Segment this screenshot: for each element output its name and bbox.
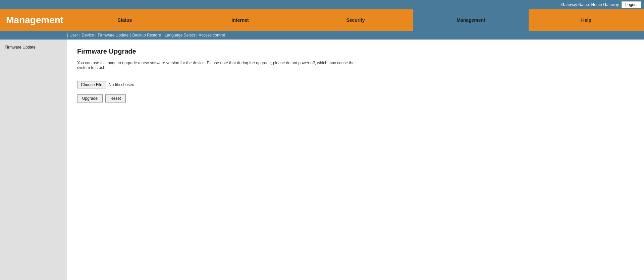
nav-item-internet[interactable]: Internet: [182, 9, 298, 31]
subnav-item-backup[interactable]: Backup Restore: [131, 33, 162, 38]
sidebar-item-firmware-update[interactable]: Firmware Update: [0, 43, 67, 52]
logout-button[interactable]: Logout: [622, 1, 641, 8]
main-nav: Status Internet Security Management Help: [67, 9, 644, 31]
brand-area: Management: [0, 9, 67, 31]
nav-item-help[interactable]: Help: [529, 9, 644, 31]
nav-item-security[interactable]: Security: [298, 9, 413, 31]
action-row: Upgrade Reset: [77, 94, 634, 102]
description-text: You can use this page to upgrade a new s…: [77, 61, 366, 70]
subnav-item-user[interactable]: User: [68, 33, 79, 38]
sub-nav: | User | Device | Firmware Update | Back…: [0, 31, 644, 40]
page-layout: Firmware Update Firmware Upgrade You can…: [0, 40, 644, 280]
gateway-name: Gateway Name: Home Gateway: [561, 2, 619, 7]
divider: [77, 75, 255, 75]
header-row: Management Status Internet Security Mana…: [0, 9, 644, 31]
top-bar: Gateway Name: Home Gateway Logout: [0, 0, 644, 9]
page-title: Firmware Upgrade: [77, 48, 634, 55]
file-chosen-label: No file chosen: [109, 82, 134, 87]
nav-item-management[interactable]: Management: [413, 9, 529, 31]
subnav-item-access[interactable]: Access control: [197, 33, 226, 38]
upgrade-button[interactable]: Upgrade: [77, 94, 103, 102]
file-input-row: Choose File No file chosen: [77, 81, 634, 88]
subnav-item-device[interactable]: Device: [80, 33, 96, 38]
subnav-item-firmware[interactable]: Firmware Update: [96, 33, 130, 38]
nav-item-status[interactable]: Status: [67, 9, 182, 31]
main-content: Firmware Upgrade You can use this page t…: [67, 40, 644, 280]
choose-file-button[interactable]: Choose File: [77, 81, 106, 88]
brand-title: Management: [6, 15, 63, 25]
reset-button[interactable]: Reset: [105, 94, 126, 102]
sidebar: Firmware Update: [0, 40, 67, 280]
subnav-item-language[interactable]: Language Select: [163, 33, 196, 38]
